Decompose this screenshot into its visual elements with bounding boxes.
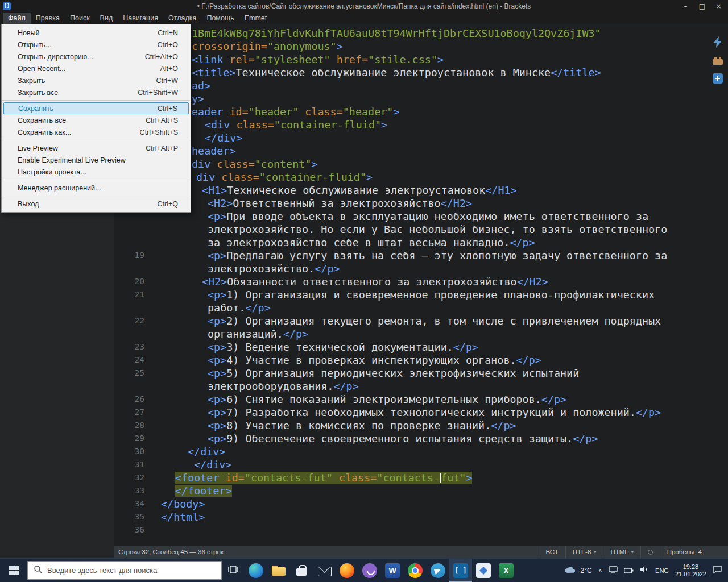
menubar-item-file[interactable]: Файл xyxy=(3,13,31,24)
taskbar-app-word[interactable] xyxy=(381,559,404,582)
taskbar-app-firefox[interactable] xyxy=(336,559,358,582)
file-menu-item-save[interactable]: СохранитьCtrl+S xyxy=(3,102,189,114)
taskbar-app-viber[interactable] xyxy=(358,559,381,582)
code-row[interactable]: header> xyxy=(114,144,728,157)
code-row[interactable]: 32<footer id="contacts-fut" class="conta… xyxy=(114,471,728,484)
file-menu-item-close-all[interactable]: Закрыть всеCtrl+Shift+W xyxy=(2,86,191,98)
extension-plugin-icon[interactable] xyxy=(713,73,723,86)
volume-icon[interactable] xyxy=(640,566,649,576)
live-preview-lightning-icon[interactable] xyxy=(713,36,723,50)
taskbar-app-telegram[interactable] xyxy=(427,559,449,582)
file-menu-item-open-recent[interactable]: Open Recent...Alt+O xyxy=(2,63,191,74)
file-menu-item-exit[interactable]: ВыходCtrl+Q xyxy=(2,198,191,210)
code-row[interactable]: 1BmE4kWBq78iYhFldvKuhfTAU6auU8tT94WrHftj… xyxy=(114,27,728,40)
code-row[interactable]: 24<p>4) Участие в проверках инспектирующ… xyxy=(114,354,728,367)
file-menu-item-extension-manager[interactable]: Менеджер расширений... xyxy=(2,182,191,194)
taskbar-app-chrome[interactable] xyxy=(404,559,427,582)
code-row[interactable]: div class="content"> xyxy=(114,157,728,171)
weather-widget[interactable]: -2°C xyxy=(564,566,592,576)
selection-highlight: <footer id="contacts-fut" class="contact… xyxy=(175,472,472,484)
code-row[interactable]: eader id="header" class="header"> xyxy=(114,105,728,118)
code-row[interactable]: 21<p>1) Оргаганизация и своевременное пр… xyxy=(114,288,728,301)
file-menu-item-new[interactable]: НовыйCtrl+N xyxy=(2,27,191,39)
code-row[interactable]: 20<H2>Обязанности ответственного за элек… xyxy=(114,275,728,288)
code-row[interactable]: 22<p>2) Организация текущего ремонта, в … xyxy=(114,314,728,327)
close-button[interactable]: × xyxy=(710,0,727,13)
notification-center-icon[interactable] xyxy=(713,565,722,576)
code-row[interactable]: <title>Техническое обслуживание электроу… xyxy=(114,66,728,79)
file-menu-item-live-preview[interactable]: Live PreviewCtrl+Alt+P xyxy=(2,142,191,154)
taskbar-app-store[interactable] xyxy=(290,559,313,582)
taskbar-app-excel[interactable] xyxy=(495,559,518,582)
file-menu-item-open-folder[interactable]: Открыть директорию...Ctrl+Alt+O xyxy=(2,51,191,63)
code-row[interactable]: div class="container-fluid"> xyxy=(114,171,728,184)
menubar-item-find[interactable]: Поиск xyxy=(65,13,95,24)
code-row[interactable]: </div> xyxy=(114,131,728,144)
task-view-button[interactable] xyxy=(222,559,245,582)
taskbar-app-brackets[interactable] xyxy=(449,559,472,582)
code-row[interactable]: работ.</p> xyxy=(114,301,728,314)
code-row[interactable]: 35</html> xyxy=(114,510,728,523)
battery-icon[interactable] xyxy=(624,566,634,576)
file-menu-item-open[interactable]: Открыть...Ctrl+O xyxy=(2,39,191,51)
code-row[interactable]: 27<p>7) Разработка необходимых технологи… xyxy=(114,406,728,419)
code-row[interactable]: <H2>Ответственный за электрохозяйство</H… xyxy=(114,197,728,210)
editor-pane[interactable]: 1BmE4kWBq78iYhFldvKuhfTAU6auU8tT94WrHftj… xyxy=(114,24,728,546)
taskbar-app-edge[interactable] xyxy=(245,559,267,582)
code-row[interactable]: <p>При вводе объекта в эксплуатацию необ… xyxy=(114,210,728,223)
taskbar-search[interactable] xyxy=(27,561,222,580)
code-row[interactable]: 33</footer> xyxy=(114,484,728,497)
menubar-item-navigate[interactable]: Навигация xyxy=(118,13,163,24)
display-icon[interactable] xyxy=(609,566,618,576)
file-menu-item-save-all[interactable]: Сохранить всеCtrl+Alt+S xyxy=(2,114,191,126)
code-row[interactable]: 34</body> xyxy=(114,497,728,510)
insert-mode-indicator[interactable]: ВСТ xyxy=(539,546,565,558)
line-number: 28 xyxy=(114,419,150,432)
file-menu-item-close[interactable]: ЗакрытьCtrl+W xyxy=(2,74,191,86)
menubar-item-view[interactable]: Вид xyxy=(95,13,118,24)
taskbar-app-photos[interactable] xyxy=(472,559,495,582)
menubar-item-emmet[interactable]: Emmet xyxy=(239,13,272,24)
code-row[interactable]: <div class="container-fluid"> xyxy=(114,118,728,131)
minimize-button[interactable]: – xyxy=(677,0,694,13)
code-row[interactable]: <H1>Техническое обслуживание электроуста… xyxy=(114,184,728,197)
code-row[interactable]: электрооборудования.</p> xyxy=(114,380,728,393)
hidden-icons-chevron-icon[interactable]: ∧ xyxy=(598,567,602,573)
code-row[interactable]: электрохозяйство.</p> xyxy=(114,262,728,275)
code-row[interactable]: 28<p>8) Участие в комиссиях по проверке … xyxy=(114,419,728,432)
language-mode-selector[interactable]: HTML ▾ xyxy=(603,546,640,558)
code-row[interactable]: 31</div> xyxy=(114,458,728,471)
code-row[interactable]: электрохозяйство. Но если у Вас небольшо… xyxy=(114,223,728,236)
code-row[interactable]: y> xyxy=(114,92,728,105)
code-row[interactable]: 25<p>5) Организация периодических электр… xyxy=(114,367,728,380)
file-menu-item-project-settings[interactable]: Настройки проекта... xyxy=(2,166,191,178)
clock[interactable]: 19:28 21.01.2022 xyxy=(675,563,706,578)
file-menu-item-experimental-live-preview[interactable]: Enable Experimental Live Preview xyxy=(2,154,191,166)
code-row[interactable]: 36 xyxy=(114,523,728,537)
code-row[interactable]: 19<p>Предлагаю услугу взять на себя — эт… xyxy=(114,249,728,262)
code-row[interactable]: 30</div> xyxy=(114,445,728,458)
taskbar-app-mail[interactable] xyxy=(313,559,336,582)
file-menu-item-save-as[interactable]: Сохранить как...Ctrl+Shift+S xyxy=(2,126,191,138)
extension-manager-brick-icon[interactable] xyxy=(712,56,723,68)
code-area[interactable]: 1BmE4kWBq78iYhFldvKuhfTAU6auU8tT94WrHftj… xyxy=(114,24,728,537)
taskbar-app-explorer[interactable] xyxy=(267,559,290,582)
code-row[interactable]: <link rel="stylesheet" href="stile.css"> xyxy=(114,53,728,66)
code-row[interactable]: crossorigin="anonymous"> xyxy=(114,40,728,53)
code-row[interactable]: за электрохозяйство себе в штат весьма н… xyxy=(114,236,728,249)
start-button[interactable] xyxy=(0,559,27,582)
menubar-item-debug[interactable]: Отладка xyxy=(163,13,201,24)
encoding-selector[interactable]: UTF-8 ▾ xyxy=(565,546,603,558)
keyboard-language-indicator[interactable]: ENG xyxy=(655,567,669,574)
menubar-item-edit[interactable]: Правка xyxy=(31,13,65,24)
indent-settings[interactable]: Пробелы: 4 xyxy=(660,546,709,558)
code-row[interactable]: 26<p>6) Снятие показаний электроизмерите… xyxy=(114,393,728,406)
code-row[interactable]: организаций.</p> xyxy=(114,327,728,340)
code-row[interactable]: 29<p>9) Обеспечение своевременного испыт… xyxy=(114,432,728,445)
titlebar[interactable]: • F:/Разработка сайтов/Сайт обслуживание… xyxy=(0,0,728,13)
code-row[interactable]: 23<p>3) Ведение технической документации… xyxy=(114,340,728,354)
code-row[interactable]: ad> xyxy=(114,79,728,92)
menubar-item-help[interactable]: Помощь xyxy=(201,13,239,24)
lint-status-indicator[interactable] xyxy=(640,546,660,558)
maximize-button[interactable]: □ xyxy=(694,0,710,13)
